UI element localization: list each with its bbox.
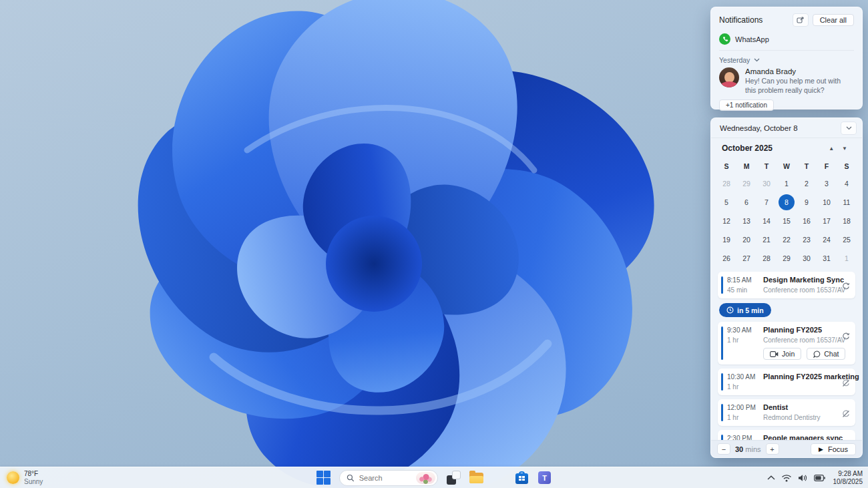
calendar-day[interactable]: 23: [797, 230, 817, 249]
calendar-day[interactable]: 25: [837, 230, 857, 249]
calendar-next-month-button[interactable]: ▼: [838, 144, 851, 153]
calendar-collapse-button[interactable]: [841, 121, 857, 135]
calendar-prev-month-button[interactable]: ▲: [825, 144, 838, 153]
non-recurring-icon: [842, 409, 850, 421]
taskbar: 78°F Sunny: [0, 467, 868, 488]
whatsapp-icon: [719, 33, 730, 45]
calendar-day-selected[interactable]: 8: [777, 193, 797, 212]
calendar-day[interactable]: 1: [837, 249, 857, 268]
calendar-day[interactable]: 28: [716, 174, 736, 193]
calendar-day[interactable]: 3: [817, 174, 837, 193]
calendar-day[interactable]: 20: [736, 230, 756, 249]
calendar-day[interactable]: 10: [817, 193, 837, 212]
chat-label: Chat: [824, 350, 839, 358]
agenda-event[interactable]: 8:15 AM Design Marketing Sync 45 min Con…: [718, 272, 855, 298]
chat-button[interactable]: Chat: [807, 348, 845, 360]
calendar-days-grid: 2829301234567891011121314151617181920212…: [711, 174, 862, 268]
focus-start-button[interactable]: ▶ Focus: [811, 443, 856, 455]
event-time: 12:00 PM: [727, 404, 758, 411]
taskbar-clock[interactable]: 9:28 AM 10/8/2025: [833, 470, 863, 486]
event-time: 9:30 AM: [727, 326, 758, 334]
battery-icon[interactable]: [814, 475, 825, 481]
tray-date: 10/8/2025: [833, 478, 863, 486]
calendar-day[interactable]: 13: [736, 212, 756, 230]
file-explorer-button[interactable]: [469, 471, 483, 485]
volume-icon[interactable]: [798, 474, 808, 482]
join-meeting-button[interactable]: Join: [763, 348, 801, 360]
taskbar-search-box[interactable]: [339, 470, 438, 486]
agenda-event[interactable]: 12:00 PM Dentist 1 hr Redmond Dentistry: [718, 399, 855, 426]
calendar-day[interactable]: 21: [756, 230, 777, 249]
calendar-day[interactable]: 12: [716, 212, 736, 230]
calendar-day[interactable]: 29: [736, 174, 756, 193]
edge-button[interactable]: [492, 471, 506, 485]
weather-temperature: 78°F: [24, 470, 43, 478]
calendar-day[interactable]: 30: [756, 174, 777, 193]
day-of-week-header: W: [777, 158, 797, 174]
event-accent-bar: [721, 276, 723, 294]
calendar-day-of-week-row: SMTWTFS: [711, 158, 862, 174]
search-input[interactable]: [359, 474, 411, 482]
calendar-day[interactable]: 15: [777, 212, 797, 230]
task-view-button[interactable]: [447, 471, 461, 485]
calendar-day[interactable]: 16: [797, 212, 817, 230]
calendar-day[interactable]: 2: [797, 174, 817, 193]
recurring-icon: [842, 331, 850, 343]
event-location: Conference room 16537/AV: [763, 336, 849, 344]
teams-icon: T: [538, 471, 551, 484]
notification-group-whatsapp[interactable]: WhatsApp: [719, 33, 854, 51]
focus-duration-decrease-button[interactable]: −: [717, 443, 730, 455]
hidden-icons-chevron-button[interactable]: [767, 475, 775, 480]
event-title: Planning FY2025: [763, 326, 822, 334]
calendar-day[interactable]: 18: [837, 212, 857, 230]
calendar-day[interactable]: 24: [817, 230, 837, 249]
event-accent-bar: [721, 435, 723, 440]
event-time: 8:15 AM: [727, 276, 758, 284]
calendar-day[interactable]: 19: [716, 230, 736, 249]
weather-condition: Sunny: [24, 478, 43, 486]
calendar-day[interactable]: 26: [716, 249, 736, 268]
taskbar-weather-widget[interactable]: 78°F Sunny: [7, 467, 43, 488]
teams-button[interactable]: T: [537, 471, 552, 485]
notifications-title: Notifications: [719, 15, 763, 25]
calendar-day[interactable]: 11: [837, 193, 857, 212]
notification-settings-icon: [797, 17, 804, 24]
day-of-week-header: M: [736, 158, 756, 174]
calendar-day[interactable]: 17: [817, 212, 837, 230]
calendar-day[interactable]: 30: [797, 249, 817, 268]
notification-item[interactable]: Amanda Brady Hey! Can you help me out wi…: [719, 67, 854, 95]
calendar-day[interactable]: 22: [777, 230, 797, 249]
calendar-day[interactable]: 31: [817, 249, 837, 268]
agenda-event[interactable]: 10:30 AM Planning FY2025 marketing 1 hr: [718, 369, 855, 395]
calendar-day[interactable]: 9: [797, 193, 817, 212]
event-duration: 1 hr: [727, 336, 758, 344]
event-accent-bar: [721, 373, 723, 391]
focus-duration-increase-button[interactable]: +: [766, 443, 779, 455]
event-time: 2:30 PM: [727, 435, 758, 440]
calendar-day[interactable]: 6: [736, 193, 756, 212]
event-title: Design Marketing Sync: [763, 276, 844, 284]
calendar-day[interactable]: 29: [777, 249, 797, 268]
notification-settings-button[interactable]: [793, 13, 809, 27]
agenda-event-partial[interactable]: 2:30 PM People managers sync: [718, 430, 855, 440]
calendar-day[interactable]: 4: [837, 174, 857, 193]
calendar-day[interactable]: 28: [756, 249, 777, 268]
event-duration: 1 hr: [727, 414, 758, 421]
notification-section-yesterday[interactable]: Yesterday: [719, 56, 854, 64]
event-location: Redmond Dentistry: [763, 414, 849, 421]
focus-duration-unit: mins: [745, 445, 761, 453]
start-button[interactable]: [316, 471, 331, 485]
calendar-day[interactable]: 27: [736, 249, 756, 268]
calendar-day[interactable]: 1: [777, 174, 797, 193]
calendar-day[interactable]: 5: [716, 193, 736, 212]
clear-all-button[interactable]: Clear all: [813, 14, 854, 26]
more-notifications-button[interactable]: +1 notification: [719, 99, 774, 111]
calendar-day[interactable]: 14: [756, 212, 777, 230]
recurring-icon: [842, 281, 850, 293]
wifi-icon[interactable]: [781, 474, 792, 482]
notification-message: Hey! Can you help me out with this probl…: [745, 77, 851, 95]
calendar-day[interactable]: 7: [756, 193, 777, 212]
agenda-event[interactable]: 9:30 AM Planning FY2025 1 hr Conference …: [718, 322, 855, 364]
avatar: [719, 67, 739, 87]
microsoft-store-button[interactable]: [515, 471, 529, 485]
